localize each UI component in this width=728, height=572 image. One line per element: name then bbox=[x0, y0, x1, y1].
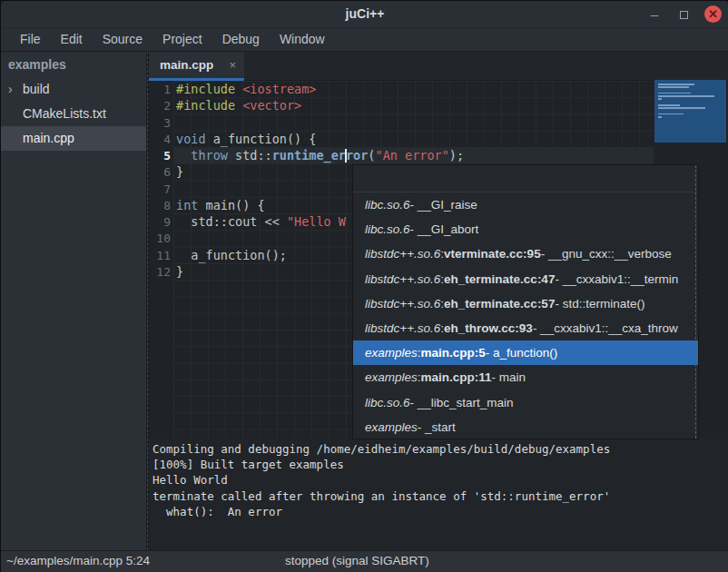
tab-main-cpp[interactable]: main.cpp× bbox=[149, 52, 244, 81]
minimize-button[interactable]: – bbox=[645, 5, 664, 24]
stack-frame-list: libc.so.6 - __GI_raiselibc.so.6 - __GI_a… bbox=[353, 192, 698, 439]
project-name: examples bbox=[1, 52, 146, 77]
code-token: void bbox=[176, 132, 206, 146]
terminal-output[interactable]: Compiling and debugging /home/eidheim/ex… bbox=[149, 439, 728, 550]
line-number: 5 bbox=[149, 148, 171, 164]
stack-frame-item[interactable]: examples:main.cpp:5 - a_function() bbox=[353, 340, 698, 365]
code-token: a_function() { bbox=[206, 132, 317, 146]
frame-library: libstdc++.so.6 bbox=[365, 321, 440, 335]
code-line-2[interactable]: 2#include <vector> bbox=[149, 97, 728, 113]
minimap-code-line bbox=[658, 98, 662, 100]
frame-function: - __libc_start_main bbox=[410, 396, 514, 409]
code-token bbox=[235, 82, 242, 96]
stack-frame-item[interactable]: libc.so.6 - __GI_raise bbox=[353, 192, 698, 217]
menu-edit[interactable]: Edit bbox=[51, 28, 93, 52]
frame-file-line: eh_terminate.cc:57 bbox=[444, 297, 555, 311]
minimap-code-line bbox=[658, 116, 662, 118]
code-token: #include bbox=[176, 98, 235, 113]
code-line-4[interactable]: 4void a_function() { bbox=[149, 131, 728, 147]
stack-trace-popup: libc.so.6 - __GI_raiselibc.so.6 - __GI_a… bbox=[352, 164, 699, 439]
stack-frame-item[interactable]: libstdc++.so.6:eh_terminate.cc:47 - __cx… bbox=[353, 267, 698, 291]
code-token: std::cout << bbox=[176, 214, 287, 229]
line-number: 6 bbox=[149, 164, 171, 181]
frame-function: - std::terminate() bbox=[555, 297, 644, 311]
frame-library: examples bbox=[365, 346, 418, 360]
minimap-code-line bbox=[658, 104, 680, 106]
code-token: std:: bbox=[228, 148, 272, 163]
menu-file[interactable]: File bbox=[10, 28, 51, 52]
tree-item-cmakelists-txt[interactable]: CMakeLists.txt bbox=[1, 102, 146, 126]
file-tree-panel: examples ›buildCMakeLists.txtmain.cpp bbox=[1, 52, 146, 550]
line-number: 4 bbox=[149, 132, 171, 148]
frame-library: libc.so.6 bbox=[365, 396, 410, 409]
tree-item-build[interactable]: ›build bbox=[1, 77, 146, 102]
menu-source[interactable]: Source bbox=[93, 28, 152, 52]
stack-frame-item[interactable]: libc.so.6 - __libc_start_main bbox=[353, 390, 698, 415]
line-number: 8 bbox=[149, 198, 171, 214]
code-token: a_function(); bbox=[176, 248, 287, 262]
tree-item-label: CMakeLists.txt bbox=[23, 106, 106, 121]
status-bar: ~/examples/main.cpp 5:24 stopped (signal… bbox=[1, 550, 728, 572]
stack-frame-item[interactable]: libc.so.6 - __GI_abort bbox=[353, 217, 698, 242]
frame-function: - __GI_raise bbox=[410, 198, 477, 212]
code-line-5[interactable]: 5 throw std::runtime_error("An error"); bbox=[149, 147, 728, 163]
minimap-code-line bbox=[658, 84, 694, 85]
window-title: juCi++ bbox=[1, 6, 728, 21]
frame-file-line: main.cpp:11 bbox=[421, 370, 492, 384]
frame-function: - main bbox=[492, 370, 526, 384]
code-token: } bbox=[176, 164, 183, 179]
line-number: 2 bbox=[149, 98, 171, 114]
file-tree: ›buildCMakeLists.txtmain.cpp bbox=[1, 77, 146, 151]
code-token: ror bbox=[346, 148, 368, 163]
frame-file-line: main.cpp:5 bbox=[421, 346, 486, 360]
frame-library: libstdc++.so.6 bbox=[365, 297, 440, 311]
frame-library: examples bbox=[365, 370, 418, 384]
code-token: int bbox=[176, 198, 198, 212]
line-number: 9 bbox=[149, 214, 171, 231]
code-token: "An error" bbox=[376, 148, 449, 163]
code-token: runtime_er bbox=[272, 148, 346, 163]
code-token: <iostream> bbox=[242, 82, 316, 96]
unmaximize-icon bbox=[680, 11, 688, 19]
menu-debug[interactable]: Debug bbox=[212, 28, 270, 52]
stack-frame-item[interactable]: examples - _start bbox=[353, 415, 698, 439]
tab-label: main.cpp bbox=[160, 58, 213, 72]
frame-function: - a_function() bbox=[486, 346, 558, 360]
status-debug-state: stopped (signal SIGABRT) bbox=[285, 554, 429, 567]
code-token bbox=[235, 98, 242, 113]
tab-close-icon[interactable]: × bbox=[229, 52, 236, 79]
menu-project[interactable]: Project bbox=[152, 28, 212, 52]
code-line-3[interactable]: 3 bbox=[149, 114, 728, 131]
popup-scrollbar[interactable] bbox=[695, 165, 696, 439]
stack-frame-item[interactable]: examples:main.cpp:11 - main bbox=[353, 365, 698, 390]
frame-file-line: eh_throw.cc:93 bbox=[444, 321, 533, 335]
menu-window[interactable]: Window bbox=[270, 28, 335, 52]
line-number: 1 bbox=[149, 82, 171, 98]
code-token: <vector> bbox=[242, 98, 301, 113]
tree-item-main-cpp[interactable]: main.cpp bbox=[1, 126, 146, 151]
stack-frame-item[interactable]: libstdc++.so.6:vterminate.cc:95 - __gnu_… bbox=[353, 242, 698, 266]
code-token: throw bbox=[191, 148, 228, 163]
code-line-1[interactable]: 1#include <iostream> bbox=[149, 81, 728, 97]
app-window: juCi++ – ✕ FileEditSourceProjectDebugWin… bbox=[0, 0, 728, 572]
stack-frame-item[interactable]: libstdc++.so.6:eh_terminate.cc:57 - std:… bbox=[353, 291, 698, 316]
terminal-text: Compiling and debugging /home/eidheim/ex… bbox=[149, 439, 728, 519]
expand-chevron-icon[interactable]: › bbox=[8, 77, 13, 102]
tree-item-label: main.cpp bbox=[23, 131, 74, 145]
maximize-button[interactable] bbox=[674, 5, 693, 24]
frame-function: - __cxxabiv1::__termin bbox=[555, 272, 678, 286]
minimap-code-line bbox=[658, 113, 684, 115]
minimap-code-line bbox=[658, 95, 714, 97]
minimap-code-line bbox=[658, 107, 705, 109]
close-button[interactable]: ✕ bbox=[704, 5, 722, 23]
status-file-position: ~/examples/main.cpp 5:24 bbox=[6, 554, 150, 567]
code-token: "Hello W bbox=[287, 214, 346, 229]
frame-library: libc.so.6 bbox=[365, 222, 410, 236]
frame-function: - __cxxabiv1::__cxa_throw bbox=[533, 321, 678, 335]
menu-bar: FileEditSourceProjectDebugWindow bbox=[1, 28, 728, 52]
overview-minimap[interactable] bbox=[654, 80, 726, 143]
stack-frame-item[interactable]: libstdc++.so.6:eh_throw.cc:93 - __cxxabi… bbox=[353, 316, 698, 340]
minimap-code-line bbox=[658, 86, 689, 88]
minimap-code-line bbox=[658, 93, 691, 94]
popup-search-entry[interactable] bbox=[353, 165, 698, 192]
